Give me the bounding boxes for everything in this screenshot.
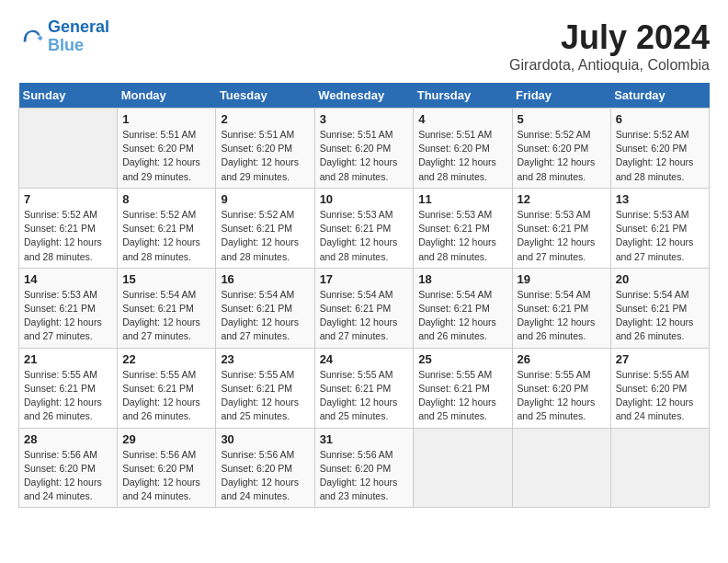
day-info: Sunrise: 5:52 AM Sunset: 6:20 PM Dayligh…: [616, 128, 704, 184]
calendar-cell: 26Sunrise: 5:55 AM Sunset: 6:20 PM Dayli…: [512, 348, 610, 428]
day-info: Sunrise: 5:52 AM Sunset: 6:20 PM Dayligh…: [518, 128, 606, 184]
weekday-header: Monday: [118, 83, 216, 109]
weekday-header: Friday: [512, 83, 610, 109]
calendar-cell: [610, 428, 709, 508]
calendar-week-row: 1Sunrise: 5:51 AM Sunset: 6:20 PM Daylig…: [19, 109, 710, 189]
calendar-cell: 28Sunrise: 5:56 AM Sunset: 6:20 PM Dayli…: [19, 428, 118, 508]
calendar-cell: 16Sunrise: 5:54 AM Sunset: 6:21 PM Dayli…: [216, 268, 314, 348]
calendar-cell: 31Sunrise: 5:56 AM Sunset: 6:20 PM Dayli…: [314, 428, 414, 508]
day-info: Sunrise: 5:54 AM Sunset: 6:21 PM Dayligh…: [122, 288, 210, 344]
day-info: Sunrise: 5:56 AM Sunset: 6:20 PM Dayligh…: [24, 448, 112, 504]
day-info: Sunrise: 5:54 AM Sunset: 6:21 PM Dayligh…: [518, 288, 606, 344]
calendar-cell: 30Sunrise: 5:56 AM Sunset: 6:20 PM Dayli…: [216, 428, 314, 508]
calendar-cell: 8Sunrise: 5:52 AM Sunset: 6:21 PM Daylig…: [118, 188, 216, 268]
day-number: 1: [122, 112, 210, 126]
calendar-week-row: 7Sunrise: 5:52 AM Sunset: 6:21 PM Daylig…: [19, 188, 710, 268]
calendar-cell: [512, 428, 610, 508]
weekday-header-row: SundayMondayTuesdayWednesdayThursdayFrid…: [19, 83, 710, 109]
calendar-cell: 11Sunrise: 5:53 AM Sunset: 6:21 PM Dayli…: [414, 188, 512, 268]
day-number: 20: [616, 272, 704, 286]
day-info: Sunrise: 5:51 AM Sunset: 6:20 PM Dayligh…: [221, 128, 309, 184]
day-number: 10: [320, 192, 409, 206]
day-info: Sunrise: 5:56 AM Sunset: 6:20 PM Dayligh…: [320, 448, 409, 504]
weekday-header: Tuesday: [216, 83, 314, 109]
calendar-cell: 23Sunrise: 5:55 AM Sunset: 6:21 PM Dayli…: [216, 348, 314, 428]
day-info: Sunrise: 5:54 AM Sunset: 6:21 PM Dayligh…: [221, 288, 309, 344]
day-info: Sunrise: 5:53 AM Sunset: 6:21 PM Dayligh…: [418, 208, 506, 264]
logo-text: GeneralBlue: [48, 18, 109, 55]
day-number: 5: [518, 112, 606, 126]
day-number: 12: [518, 192, 606, 206]
day-number: 19: [518, 272, 606, 286]
calendar-cell: 6Sunrise: 5:52 AM Sunset: 6:20 PM Daylig…: [610, 109, 709, 189]
day-info: Sunrise: 5:55 AM Sunset: 6:20 PM Dayligh…: [518, 368, 606, 424]
day-info: Sunrise: 5:53 AM Sunset: 6:21 PM Dayligh…: [320, 208, 409, 264]
day-number: 30: [221, 432, 309, 446]
logo-icon: [18, 24, 44, 50]
day-info: Sunrise: 5:56 AM Sunset: 6:20 PM Dayligh…: [221, 448, 309, 504]
calendar-cell: 4Sunrise: 5:51 AM Sunset: 6:20 PM Daylig…: [414, 109, 512, 189]
title-area: July 2024 Girardota, Antioquia, Colombia: [509, 18, 710, 74]
day-info: Sunrise: 5:53 AM Sunset: 6:21 PM Dayligh…: [518, 208, 606, 264]
calendar-week-row: 28Sunrise: 5:56 AM Sunset: 6:20 PM Dayli…: [19, 428, 710, 508]
day-info: Sunrise: 5:52 AM Sunset: 6:21 PM Dayligh…: [24, 208, 112, 264]
day-number: 6: [616, 112, 704, 126]
calendar-cell: 9Sunrise: 5:52 AM Sunset: 6:21 PM Daylig…: [216, 188, 314, 268]
day-number: 27: [616, 352, 704, 366]
day-info: Sunrise: 5:52 AM Sunset: 6:21 PM Dayligh…: [122, 208, 210, 264]
calendar-cell: 5Sunrise: 5:52 AM Sunset: 6:20 PM Daylig…: [512, 109, 610, 189]
calendar-cell: 21Sunrise: 5:55 AM Sunset: 6:21 PM Dayli…: [19, 348, 118, 428]
day-info: Sunrise: 5:55 AM Sunset: 6:21 PM Dayligh…: [418, 368, 506, 424]
day-number: 31: [320, 432, 409, 446]
day-number: 11: [418, 192, 506, 206]
calendar-cell: 17Sunrise: 5:54 AM Sunset: 6:21 PM Dayli…: [314, 268, 414, 348]
day-number: 29: [122, 432, 210, 446]
day-number: 7: [24, 192, 112, 206]
day-number: 14: [24, 272, 112, 286]
day-info: Sunrise: 5:55 AM Sunset: 6:21 PM Dayligh…: [320, 368, 409, 424]
day-info: Sunrise: 5:55 AM Sunset: 6:21 PM Dayligh…: [221, 368, 309, 424]
day-number: 25: [418, 352, 506, 366]
calendar-cell: 18Sunrise: 5:54 AM Sunset: 6:21 PM Dayli…: [414, 268, 512, 348]
calendar-cell: 1Sunrise: 5:51 AM Sunset: 6:20 PM Daylig…: [118, 109, 216, 189]
page-header: GeneralBlue July 2024 Girardota, Antioqu…: [18, 18, 710, 74]
day-number: 16: [221, 272, 309, 286]
day-number: 21: [24, 352, 112, 366]
day-number: 17: [320, 272, 409, 286]
weekday-header: Sunday: [19, 83, 118, 109]
day-info: Sunrise: 5:54 AM Sunset: 6:21 PM Dayligh…: [320, 288, 409, 344]
calendar-cell: 27Sunrise: 5:55 AM Sunset: 6:20 PM Dayli…: [610, 348, 709, 428]
day-number: 24: [320, 352, 409, 366]
day-number: 28: [24, 432, 112, 446]
day-number: 23: [221, 352, 309, 366]
day-info: Sunrise: 5:51 AM Sunset: 6:20 PM Dayligh…: [320, 128, 409, 184]
day-number: 13: [616, 192, 704, 206]
day-number: 2: [221, 112, 309, 126]
calendar-week-row: 14Sunrise: 5:53 AM Sunset: 6:21 PM Dayli…: [19, 268, 710, 348]
calendar-cell: 20Sunrise: 5:54 AM Sunset: 6:21 PM Dayli…: [610, 268, 709, 348]
calendar-cell: 3Sunrise: 5:51 AM Sunset: 6:20 PM Daylig…: [314, 109, 414, 189]
calendar-cell: [414, 428, 512, 508]
calendar-cell: 12Sunrise: 5:53 AM Sunset: 6:21 PM Dayli…: [512, 188, 610, 268]
day-number: 4: [418, 112, 506, 126]
calendar-cell: 7Sunrise: 5:52 AM Sunset: 6:21 PM Daylig…: [19, 188, 118, 268]
weekday-header: Wednesday: [314, 83, 414, 109]
calendar-subtitle: Girardota, Antioquia, Colombia: [509, 57, 710, 74]
day-info: Sunrise: 5:53 AM Sunset: 6:21 PM Dayligh…: [24, 288, 112, 344]
day-info: Sunrise: 5:52 AM Sunset: 6:21 PM Dayligh…: [221, 208, 309, 264]
calendar-cell: 13Sunrise: 5:53 AM Sunset: 6:21 PM Dayli…: [610, 188, 709, 268]
calendar-cell: 2Sunrise: 5:51 AM Sunset: 6:20 PM Daylig…: [216, 109, 314, 189]
day-number: 3: [320, 112, 409, 126]
calendar-cell: 14Sunrise: 5:53 AM Sunset: 6:21 PM Dayli…: [19, 268, 118, 348]
day-info: Sunrise: 5:51 AM Sunset: 6:20 PM Dayligh…: [418, 128, 506, 184]
weekday-header: Saturday: [610, 83, 709, 109]
calendar-cell: 25Sunrise: 5:55 AM Sunset: 6:21 PM Dayli…: [414, 348, 512, 428]
calendar-cell: 24Sunrise: 5:55 AM Sunset: 6:21 PM Dayli…: [314, 348, 414, 428]
weekday-header: Thursday: [414, 83, 512, 109]
day-info: Sunrise: 5:55 AM Sunset: 6:21 PM Dayligh…: [122, 368, 210, 424]
calendar-cell: 22Sunrise: 5:55 AM Sunset: 6:21 PM Dayli…: [118, 348, 216, 428]
calendar-cell: 29Sunrise: 5:56 AM Sunset: 6:20 PM Dayli…: [118, 428, 216, 508]
day-info: Sunrise: 5:51 AM Sunset: 6:20 PM Dayligh…: [122, 128, 210, 184]
day-number: 8: [122, 192, 210, 206]
calendar-cell: [19, 109, 118, 189]
